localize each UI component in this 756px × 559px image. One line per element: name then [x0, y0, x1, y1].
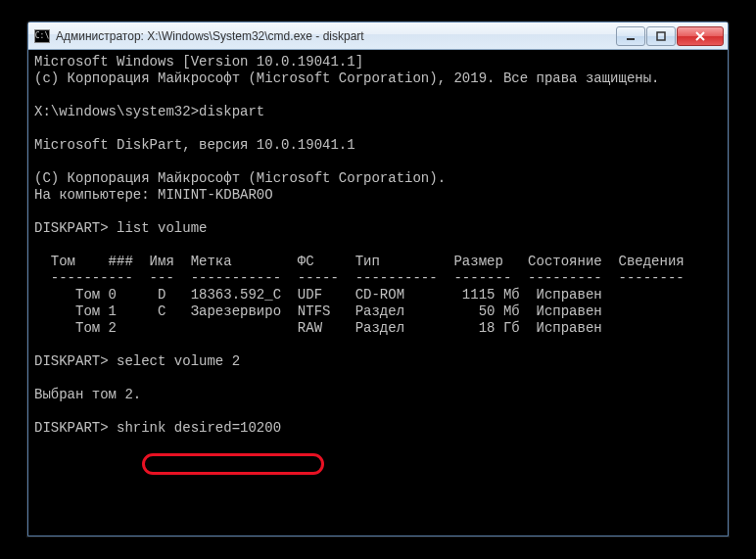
terminal-line: Том 0 D 18363.592_C UDF CD-ROM 1115 Мб И… [34, 287, 602, 303]
terminal-line: Том ### Имя Метка ФС Тип Размер Состояни… [34, 254, 685, 269]
minimize-button[interactable] [616, 26, 645, 46]
terminal-line: DISKPART> shrink desired=10200 [34, 420, 281, 436]
terminal-line: Microsoft Windows [Version 10.0.19041.1] [34, 54, 363, 70]
window-title: Администратор: X:\Windows\System32\cmd.e… [56, 29, 615, 43]
terminal-line: Том 2 RAW Раздел 18 Гб Исправен [34, 320, 602, 336]
maximize-button[interactable] [646, 26, 676, 46]
terminal-line: На компьютере: MININT-KDBAR0O [34, 187, 273, 203]
titlebar[interactable]: C:\ Администратор: X:\Windows\System32\c… [28, 23, 728, 50]
terminal-line: X:\windows\system32>diskpart [34, 104, 264, 119]
close-button[interactable] [677, 26, 724, 46]
terminal-line: Microsoft DiskPart, версия 10.0.19041.1 [34, 137, 355, 153]
terminal-line: DISKPART> select volume 2 [34, 353, 240, 369]
svg-rect-0 [627, 38, 635, 40]
command-prompt-window: C:\ Администратор: X:\Windows\System32\c… [27, 22, 729, 536]
window-controls [615, 26, 724, 46]
terminal-output[interactable]: Microsoft Windows [Version 10.0.19041.1]… [28, 50, 728, 441]
svg-rect-1 [657, 32, 665, 40]
command-highlight-annotation [142, 453, 324, 475]
terminal-line: (c) Корпорация Майкрософт (Microsoft Cor… [34, 70, 660, 86]
terminal-line: ---------- --- ----------- ----- -------… [34, 270, 685, 286]
terminal-line: Том 1 C Зарезервиро NTFS Раздел 50 Мб Ис… [34, 303, 602, 319]
terminal-line: Выбран том 2. [34, 387, 141, 402]
cmd-icon: C:\ [34, 29, 50, 43]
terminal-line: (C) Корпорация Майкрософт (Microsoft Cor… [34, 170, 446, 186]
terminal-line: DISKPART> list volume [34, 220, 207, 236]
